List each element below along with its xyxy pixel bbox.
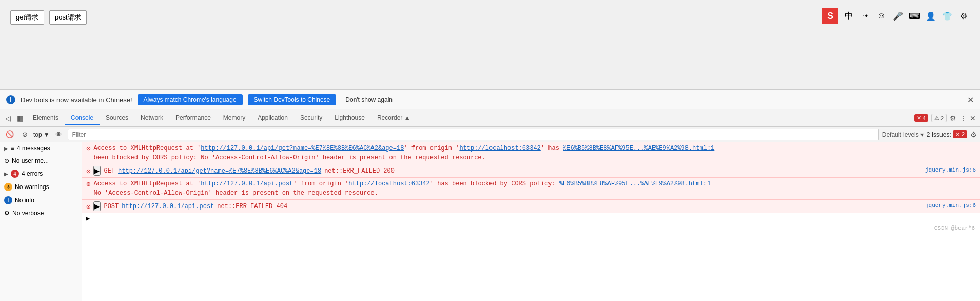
console-error-text-1: Access to XMLHttpRequest at 'http://127.… [93, 144, 976, 162]
chinese-icon: 中 [842, 10, 855, 22]
post-request-button[interactable]: post请求 [49, 10, 87, 25]
tab-memory[interactable]: Memory [217, 111, 251, 125]
sidebar-item-info[interactable]: i No info [0, 194, 82, 207]
warning-triangle-icon: ⚠ [934, 115, 939, 121]
console-get-row: ⊗ ▶ GET http://127.0.0.1/api/get?name=%E… [82, 164, 980, 178]
console-toolbar: 🚫 ⊘ top ▼ 👁 Default levels ▾ 2 Issues: ✕… [0, 127, 980, 142]
console-caret: ▶ [86, 215, 90, 222]
info-icon: i [6, 95, 15, 104]
sidebar-item-verbose[interactable]: ⚙ No verbose [0, 207, 82, 219]
tab-nav-panel-button[interactable]: ▦ [14, 112, 27, 124]
mic-icon: 🎤 [892, 10, 904, 22]
post-link[interactable]: http://127.0.0.1/api.post [122, 203, 214, 210]
tab-lighthouse[interactable]: Lighthouse [328, 111, 371, 125]
console-sidebar: ▶ ≡ 4 messages ⊙ No user me... ▶ 4 4 err… [0, 142, 82, 301]
console-post-row: ⊗ ▶ POST http://127.0.0.1/api.post net::… [82, 200, 980, 213]
browser-top: get请求 post请求 S 中 ·• ☺ 🎤 ⌨ 👤 👕 ⚙ [0, 0, 980, 90]
dont-show-button[interactable]: Don't show again [341, 94, 397, 105]
devtools-tabs: ◁ ▦ Elements Console Sources Network Per… [0, 109, 980, 127]
tab-recorder[interactable]: Recorder ▲ [371, 111, 417, 125]
console-output: ⊗ Access to XMLHttpRequest at 'http://12… [82, 142, 980, 301]
hide-network-button[interactable]: ⊘ [19, 129, 30, 140]
error-file-link-1[interactable]: %E6%B5%8B%E8%AF%95E...%AE%E9%A2%98.html:… [563, 145, 714, 152]
verbose-gear-icon: ⚙ [4, 210, 10, 217]
error-circle-icon-get: ⊗ [86, 167, 90, 176]
tab-sources[interactable]: Sources [100, 111, 134, 125]
devtools-info-bar: i DevTools is now available in Chinese! … [0, 90, 980, 109]
match-language-button[interactable]: Always match Chrome's language [138, 94, 243, 105]
tab-application[interactable]: Application [251, 111, 294, 125]
get-request-button[interactable]: get请求 [10, 10, 44, 25]
tab-nav-back-button[interactable]: ◁ [2, 112, 14, 124]
sidebar-item-messages[interactable]: ▶ ≡ 4 messages [0, 142, 82, 155]
error-circle-icon-2: ⊗ [86, 180, 90, 189]
cursor-blink [91, 215, 95, 222]
sidebar-user-label: No user me... [12, 157, 49, 164]
devtools-main: ▶ ≡ 4 messages ⊙ No user me... ▶ 4 4 err… [0, 142, 980, 301]
issues-x-icon: ✕ [955, 131, 960, 137]
error-link-1[interactable]: http://127.0.0.1/api/get?name=%E7%8E%8B%… [201, 145, 404, 152]
shirt-icon: 👕 [941, 10, 953, 22]
post-expand-button[interactable]: ▶ [93, 201, 101, 211]
info-message: DevTools is now available in Chinese! [21, 96, 132, 104]
console-error-row-2: ⊗ Access to XMLHttpRequest at 'http://12… [82, 178, 980, 200]
gear-icon[interactable]: ⚙ [957, 10, 970, 22]
tab-console[interactable]: Console [65, 111, 100, 125]
sidebar-info-label: No info [15, 197, 34, 204]
error-circle-icon-1: ⊗ [86, 144, 90, 153]
sidebar-errors-label: 4 errors [22, 170, 43, 177]
expand-arrow-errors-icon: ▶ [4, 171, 8, 177]
sidebar-item-user[interactable]: ⊙ No user me... [0, 155, 82, 167]
levels-arrow-icon: ▾ [920, 131, 924, 138]
console-error-text-2: Access to XMLHttpRequest at 'http://127.… [93, 179, 976, 198]
dot-icon: ·• [859, 10, 871, 22]
error-link-2[interactable]: http://127.0.0.1/api.post [201, 180, 293, 187]
error-circle-icon-post: ⊗ [86, 202, 90, 211]
filter-input[interactable] [68, 129, 879, 140]
sidebar-item-warnings[interactable]: ⚠ No warnings [0, 180, 82, 194]
error-origin-link-2[interactable]: http://localhost:63342 [348, 180, 429, 187]
console-cursor-row: ▶ [82, 213, 980, 224]
tab-security[interactable]: Security [294, 111, 328, 125]
sidebar-item-errors[interactable]: ▶ 4 4 errors [0, 167, 82, 180]
console-error-row-1: ⊗ Access to XMLHttpRequest at 'http://12… [82, 142, 980, 164]
console-settings-button[interactable]: ⚙ [970, 130, 977, 139]
browser-toolbar-icons: S 中 ·• ☺ 🎤 ⌨ 👤 👕 ⚙ [822, 8, 970, 24]
tab-elements[interactable]: Elements [27, 111, 65, 125]
context-arrow: ▼ [44, 131, 50, 138]
error-badge: ✕ 4 [914, 114, 928, 122]
sidebar-verbose-label: No verbose [12, 210, 44, 217]
get-expand-button[interactable]: ▶ [93, 166, 101, 176]
warning-icon: ⚠ [4, 183, 12, 191]
tab-network[interactable]: Network [134, 111, 169, 125]
sougou-icon: S [822, 8, 838, 24]
switch-chinese-button[interactable]: Switch DevTools to Chinese [248, 94, 337, 105]
post-file-ref[interactable]: jquery.min.js:6 [925, 201, 976, 209]
error-origin-link-1[interactable]: http://localhost:63342 [459, 145, 540, 152]
devtools-more-button[interactable]: ⋮ [959, 114, 967, 122]
info-bar-close-button[interactable]: ✕ [967, 95, 974, 105]
issues-count-badge: ✕ 2 [953, 130, 967, 138]
expand-arrow-icon: ▶ [4, 146, 8, 152]
footer-watermark: CSDN @bear*6 [82, 224, 980, 232]
default-levels-button[interactable]: Default levels ▾ [882, 131, 924, 138]
tab-right-icons: ✕ 4 ⚠ 2 ⚙ ⋮ ✕ [914, 114, 976, 122]
user-circle-icon: ⊙ [4, 157, 9, 164]
error-count-badge: 4 [11, 170, 19, 178]
devtools-close-button[interactable]: ✕ [970, 114, 976, 122]
context-selector[interactable]: top ▼ [33, 131, 50, 138]
list-icon: ≡ [11, 145, 14, 152]
error-file-link-2[interactable]: %E6%B5%8B%E8%AF%95E...%AE%E9%A2%98.html:… [559, 180, 711, 187]
tab-performance[interactable]: Performance [169, 111, 217, 125]
eye-button[interactable]: 👁 [53, 129, 65, 140]
sidebar-warnings-label: No warnings [15, 183, 49, 191]
sidebar-messages-label: 4 messages [17, 145, 50, 152]
devtools-settings-button[interactable]: ⚙ [950, 114, 956, 122]
get-file-ref[interactable]: jquery.min.js:6 [925, 166, 976, 173]
clear-console-button[interactable]: 🚫 [3, 129, 16, 140]
get-link[interactable]: http://127.0.0.1/api/get?name=%E7%8E%8B%… [118, 167, 321, 175]
warning-badge: ⚠ 2 [931, 114, 947, 122]
emoji-icon: ☺ [875, 10, 888, 22]
keyboard-icon: ⌨ [908, 10, 920, 22]
issues-badge: 2 Issues: ✕ 2 [927, 130, 967, 138]
